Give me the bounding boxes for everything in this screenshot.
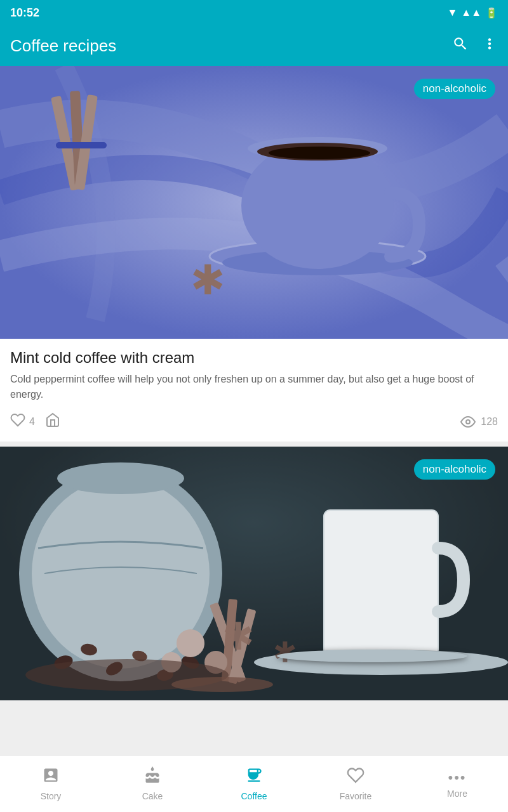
status-bar: 10:52 ▼ ▲▲ 🔋: [0, 0, 508, 25]
wifi-icon: ▼: [447, 7, 457, 18]
recipe-image-1: ✱ non-alcoholic: [0, 66, 508, 339]
nav-item-favorite[interactable]: Favorite: [305, 756, 406, 812]
story-icon: [42, 766, 60, 789]
app-bar: Coffee recipes: [0, 25, 508, 66]
svg-point-17: [57, 462, 184, 494]
recipe-badge-1: non-alcoholic: [414, 79, 495, 99]
app-bar-actions: [452, 36, 498, 56]
svg-rect-10: [56, 142, 107, 148]
recipe-card-1[interactable]: ✱ non-alcoholic Mint cold coffee with cr…: [0, 66, 508, 442]
share-icon-1: [45, 412, 60, 431]
nav-label-coffee: Coffee: [241, 791, 267, 801]
search-icon[interactable]: [452, 36, 469, 56]
svg-point-3: [241, 142, 394, 269]
more-options-icon[interactable]: [481, 36, 498, 56]
battery-icon: 🔋: [485, 7, 498, 19]
views-1: 128: [460, 414, 498, 429]
recipe-image-container-1: ✱ non-alcoholic: [0, 66, 508, 339]
recipe-list: ✱ non-alcoholic Mint cold coffee with cr…: [0, 66, 508, 755]
recipe-image-2: ✱ ✱ non-alcoholic: [0, 447, 508, 700]
svg-point-12: [466, 420, 470, 424]
heart-icon-1: [10, 412, 25, 431]
status-icons: ▼ ▲▲ 🔋: [447, 7, 498, 19]
recipe-actions-left-1: 4: [10, 412, 60, 431]
view-count-1: 128: [481, 416, 498, 428]
svg-text:✱: ✱: [190, 257, 225, 303]
like-button-1[interactable]: 4: [10, 412, 35, 431]
more-icon: •••: [448, 769, 466, 786]
coffee-icon: [245, 766, 263, 789]
favorite-icon: [347, 766, 364, 789]
recipe-badge-2: non-alcoholic: [414, 459, 495, 480]
svg-point-36: [171, 677, 273, 692]
recipe-title-1: Mint cold coffee with cream: [10, 349, 498, 367]
svg-point-6: [269, 147, 370, 159]
svg-text:✱: ✱: [273, 636, 297, 669]
svg-rect-18: [324, 510, 438, 656]
nav-item-more[interactable]: ••• More: [406, 756, 508, 812]
nav-label-more: More: [447, 789, 467, 799]
app-bar-title: Coffee recipes: [10, 36, 116, 56]
svg-text:✱: ✱: [222, 615, 254, 658]
nav-item-cake[interactable]: Cake: [102, 756, 203, 812]
share-button-1[interactable]: [45, 412, 60, 431]
nav-label-favorite: Favorite: [340, 791, 372, 801]
like-count-1: 4: [29, 416, 35, 428]
recipe-image-container-2: ✱ ✱ non-alcoholic: [0, 447, 508, 700]
recipe-info-1: Mint cold coffee with cream Cold pepperm…: [0, 339, 508, 442]
cake-icon: [144, 766, 161, 789]
nav-item-coffee[interactable]: Coffee: [203, 756, 305, 812]
signal-icon: ▲▲: [461, 7, 481, 18]
recipe-actions-1: 4: [10, 410, 498, 431]
bottom-nav: Story Cake Coffee Favorite ••• More: [0, 755, 508, 812]
svg-point-32: [177, 629, 204, 657]
nav-item-story[interactable]: Story: [0, 756, 102, 812]
time: 10:52: [10, 6, 39, 20]
nav-label-cake: Cake: [142, 791, 163, 801]
nav-label-story: Story: [41, 791, 62, 801]
recipe-card-2[interactable]: ✱ ✱ non-alcoholic: [0, 447, 508, 700]
recipe-desc-1: Cold peppermint coffee will help you not…: [10, 372, 498, 402]
eye-icon-1: [460, 414, 476, 429]
